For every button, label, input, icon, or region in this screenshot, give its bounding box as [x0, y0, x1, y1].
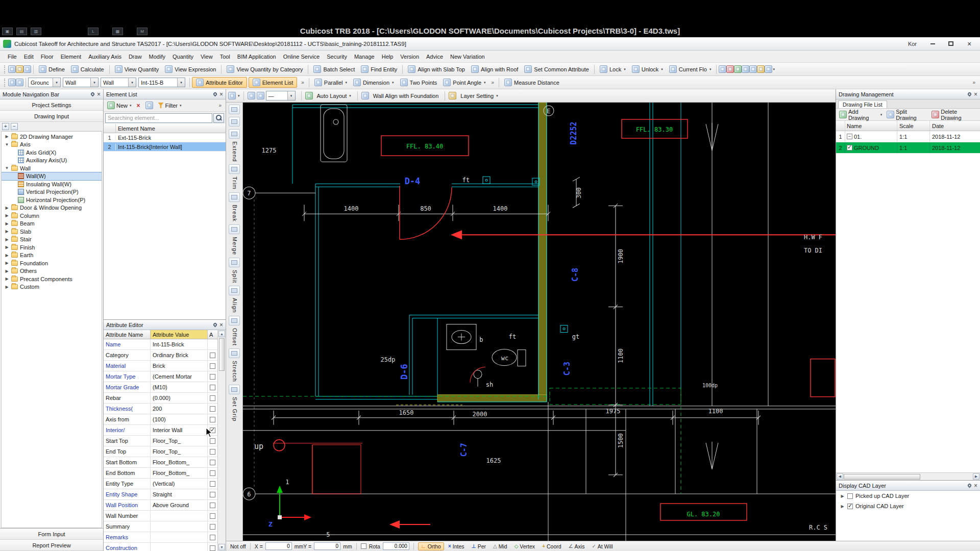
- pin-icon[interactable]: [90, 92, 95, 97]
- layer-checkbox[interactable]: [847, 493, 853, 499]
- zoom-in-icon[interactable]: [742, 65, 749, 73]
- x-coordinate-input[interactable]: [265, 542, 292, 550]
- attribute-checkbox[interactable]: [210, 545, 215, 551]
- tree-item-horizontal-projection-p[interactable]: Horizontal Projection(P): [2, 196, 102, 204]
- stretch-icon[interactable]: [229, 348, 240, 358]
- per-toggle[interactable]: ⊥Per: [469, 542, 489, 550]
- split-icon[interactable]: [229, 258, 240, 267]
- attribute-checkbox[interactable]: [210, 492, 215, 497]
- merge-icon[interactable]: [229, 224, 240, 234]
- attribute-value[interactable]: [151, 511, 208, 521]
- intes-toggle[interactable]: ×Intes: [445, 542, 468, 550]
- menu-edit[interactable]: Edit: [20, 52, 37, 61]
- overflow-chevrons-icon[interactable]: »: [301, 80, 304, 85]
- align-tool[interactable]: Align: [232, 298, 237, 313]
- attribute-checkbox[interactable]: [210, 353, 215, 358]
- menu-auxiliary-axis[interactable]: Auxiliary Axis: [85, 52, 125, 61]
- tree-item-earth[interactable]: ▶Earth: [2, 252, 102, 260]
- collapse-all-button[interactable]: −: [11, 123, 18, 130]
- minimize-button[interactable]: [925, 39, 940, 48]
- define-button[interactable]: Define: [36, 64, 68, 74]
- extend-tool[interactable]: Extend: [232, 141, 237, 162]
- tree-item-2d-drawing-manager[interactable]: ▶2D Drawing Manager: [2, 133, 102, 141]
- draw-tool-icon[interactable]: [229, 117, 240, 127]
- attribute-value[interactable]: (M10): [151, 382, 208, 392]
- at-will-toggle[interactable]: ✓At Will: [589, 542, 616, 550]
- tree-item-slab[interactable]: ▶Slab: [2, 228, 102, 236]
- horizontal-scrollbar[interactable]: ◀ ▶: [836, 472, 980, 480]
- menu-bim-application[interactable]: BIM Application: [234, 52, 280, 61]
- layer-setting-icon[interactable]: [449, 92, 456, 99]
- scroll-up-icon[interactable]: ▲: [218, 331, 225, 337]
- batch-select-button[interactable]: Batch Select: [310, 64, 358, 74]
- attribute-value[interactable]: [151, 543, 208, 551]
- layer-checkbox[interactable]: [847, 504, 853, 509]
- copy-element-button[interactable]: [143, 101, 155, 110]
- tree-item-foundation[interactable]: ▶Foundation: [2, 259, 102, 267]
- attribute-value[interactable]: (Cement Mortar: [151, 371, 208, 382]
- split-tool[interactable]: Split: [232, 270, 237, 283]
- find-entity-button[interactable]: Find Entity: [358, 64, 400, 74]
- expand-all-button[interactable]: +: [2, 123, 9, 130]
- tree-item-others[interactable]: ▶Others: [2, 267, 102, 276]
- menu-file[interactable]: File: [4, 52, 20, 61]
- new-file-icon[interactable]: [8, 65, 16, 73]
- measure-distance-button[interactable]: Measure Distance: [501, 77, 562, 88]
- rotation-checkbox[interactable]: [361, 543, 366, 549]
- view-quantity-by-category-button[interactable]: View Quantity by Category: [224, 64, 306, 74]
- align-icon[interactable]: [229, 286, 240, 295]
- context-combo-1[interactable]: Wall▾: [63, 78, 99, 87]
- parallel-button[interactable]: Parallel▾: [311, 77, 350, 88]
- overflow-chevrons-icon[interactable]: »: [492, 80, 495, 85]
- pin-icon[interactable]: [967, 483, 972, 488]
- element-list-toggle[interactable]: Element List: [249, 77, 298, 88]
- project-settings-button[interactable]: Project Settings: [0, 99, 103, 111]
- menu-floor[interactable]: Floor: [37, 52, 57, 61]
- report-preview-button[interactable]: Report Preview: [0, 540, 103, 551]
- cad-drawing[interactable]: 1275FFL. 83.40FFL. 83.30D-4ftD2252140085…: [243, 103, 836, 541]
- view-expression-button[interactable]: View Expression: [162, 64, 219, 74]
- expander-icon[interactable]: ▶: [5, 213, 9, 218]
- redo-icon[interactable]: [257, 92, 264, 99]
- line-style-combo[interactable]: — ▾: [266, 91, 296, 101]
- vertex-toggle[interactable]: ◇Vertex: [511, 542, 538, 550]
- menu-version[interactable]: Version: [397, 52, 423, 61]
- attribute-checkbox[interactable]: [210, 363, 215, 369]
- attribute-checkbox[interactable]: [210, 524, 215, 530]
- delete-element-button[interactable]: ×: [135, 101, 142, 110]
- tree-item-vertical-projection-p[interactable]: Vertical Projection(P): [2, 188, 102, 196]
- current-flo-button[interactable]: Current Flo▾: [666, 64, 715, 74]
- attribute-value[interactable]: (0.000): [151, 393, 208, 403]
- attribute-value[interactable]: [151, 532, 208, 542]
- select-tool-icon[interactable]: [228, 92, 236, 99]
- set-common-attribute-button[interactable]: Set Common Attribute: [521, 64, 592, 74]
- close-icon[interactable]: ×: [974, 483, 977, 489]
- expander-icon[interactable]: ▶: [5, 206, 9, 210]
- set-grip-tool[interactable]: Set Grip: [232, 397, 237, 421]
- attribute-value[interactable]: Above Ground: [151, 500, 208, 510]
- attribute-checkbox[interactable]: [210, 385, 215, 390]
- tree-item-wall[interactable]: ▼Wall: [2, 164, 102, 172]
- element-row-ext-115-brick[interactable]: 1Ext-115-Brick: [104, 133, 226, 142]
- attribute-value[interactable]: Int-115-Brick: [151, 339, 208, 349]
- toolbar-grip[interactable]: [4, 79, 6, 87]
- attribute-checkbox[interactable]: [210, 460, 215, 465]
- tree-item-column[interactable]: ▶Column: [2, 212, 102, 220]
- scroll-down-icon[interactable]: ▼: [218, 544, 225, 550]
- context-combo-0[interactable]: Grounc▾: [28, 78, 61, 87]
- form-input-button[interactable]: Form Input: [0, 529, 103, 540]
- attribute-value[interactable]: [151, 521, 208, 532]
- attribute-value[interactable]: Floor_Top_: [151, 436, 208, 446]
- close-icon[interactable]: ×: [219, 91, 223, 97]
- cad-layer-row-picked-up-cad-layer[interactable]: ▶Picked up CAD Layer: [836, 491, 980, 501]
- mid-toggle[interactable]: △Mid: [490, 542, 510, 550]
- attribute-checkbox[interactable]: [210, 503, 215, 508]
- tree-item-axis[interactable]: ▼Axis: [2, 141, 102, 149]
- attribute-checkbox[interactable]: [210, 417, 215, 422]
- dimension-button[interactable]: Dimension▾: [350, 77, 397, 88]
- set-grip-icon[interactable]: [229, 385, 240, 394]
- overflow-chevrons-icon[interactable]: »: [218, 103, 222, 108]
- new-element-button[interactable]: New ▾: [105, 101, 134, 110]
- cad-layer-row-original-cad-layer[interactable]: ▶Original CAD Layer: [836, 501, 980, 511]
- expander-icon[interactable]: ▶: [5, 277, 9, 281]
